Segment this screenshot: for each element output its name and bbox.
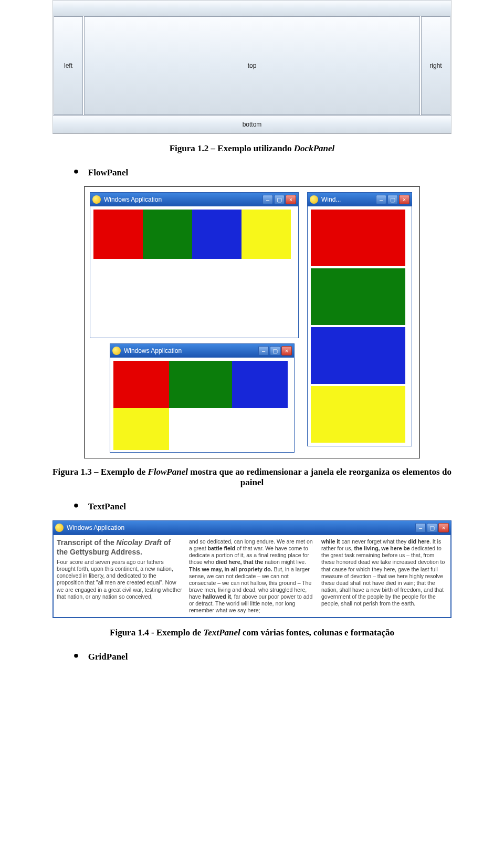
figure-1-2-dockpanel: left top right bottom [52, 0, 452, 134]
bullet-icon: • [74, 164, 79, 179]
close-button[interactable]: × [438, 523, 449, 532]
flowpanel-block-green [169, 361, 232, 408]
flowpanel-window-wrapped: Windows Application – ▢ × [110, 343, 295, 453]
minimize-button[interactable]: – [258, 346, 269, 356]
maximize-button[interactable]: ▢ [387, 195, 398, 204]
window-title: Windows Application [124, 347, 258, 354]
dockpanel-middle-row: left top right [53, 16, 451, 115]
flowpanel-window-narrow: Wind... – ▢ × [307, 192, 412, 446]
textpanel-window: Windows Application – ▢ × Transcript of … [52, 520, 452, 618]
heading-italic: Nicolay Draft [117, 538, 162, 547]
flowpanel-block-yellow [311, 386, 405, 443]
minimize-button[interactable]: – [415, 523, 426, 532]
flowpanel-block-red [311, 210, 405, 266]
text-bold: hallowed it [203, 593, 231, 600]
window-body [110, 358, 294, 452]
flowpanel-block-green [143, 210, 192, 259]
maximize-button[interactable]: ▢ [427, 523, 437, 532]
text-bold: while it [321, 538, 340, 545]
dockpanel-top-button[interactable]: top [84, 16, 420, 115]
window-buttons: – ▢ × [258, 346, 292, 356]
document-page: left top right bottom Figura 1.2 – Exemp… [0, 0, 504, 692]
flowpanel-block-blue [232, 361, 288, 408]
bullet-textpanel: • TextPanel [74, 499, 452, 514]
app-icon [112, 347, 121, 355]
close-button[interactable]: × [281, 346, 292, 356]
dockpanel-bottom-row: bottom [53, 115, 451, 133]
textpanel-paragraph: Four score and seven years ago our fathe… [57, 559, 183, 600]
caption-italic: FlowPanel [148, 467, 188, 477]
window-title: Windows Application [104, 196, 262, 203]
dockpanel-bottom-button[interactable]: bottom [53, 115, 451, 133]
app-icon [55, 524, 64, 532]
textpanel-column-2: and so dedicated, can long endure. We ar… [189, 538, 315, 614]
flowpanel-block-green [311, 268, 405, 325]
flowpanel-block-yellow [113, 408, 169, 450]
figure-1-3-left-column: Windows Application – ▢ × [90, 192, 300, 453]
flowpanel-window-horizontal: Windows Application – ▢ × [90, 192, 299, 338]
window-title: Wind... [321, 196, 376, 203]
caption-text: Figura 1.2 – Exemplo utilizando [170, 143, 294, 153]
window-titlebar[interactable]: Windows Application – ▢ × [110, 344, 294, 358]
caption-italic: DockPanel [294, 143, 334, 153]
bullet-label: GridPanel [88, 652, 128, 662]
bullet-icon: • [74, 649, 79, 663]
flowpanel-block-red [93, 210, 143, 259]
bullet-flowpanel: • FlowPanel [74, 165, 452, 180]
textpanel-heading: Transcript of the Nicolay Draft of the G… [57, 538, 183, 557]
flowpanel-block-red [113, 361, 169, 408]
window-buttons: – ▢ × [415, 523, 449, 532]
minimize-button[interactable]: – [376, 195, 386, 204]
bullet-label: FlowPanel [88, 168, 129, 178]
caption-italic: TextPanel [204, 628, 240, 637]
caption-text: Figura 1.3 – Exemplo de [52, 467, 148, 477]
window-title: Windows Application [67, 524, 415, 531]
text-bold: This we may, in all propriety do. [189, 566, 272, 572]
window-titlebar[interactable]: Windows Application – ▢ × [53, 521, 451, 535]
bullet-icon: • [74, 498, 79, 513]
caption-text: Figura 1.4 - Exemplo de [110, 628, 204, 637]
caption-text: com várias fontes, colunas e formatação [240, 628, 394, 637]
text-span: nation might live. [263, 559, 306, 565]
close-button[interactable]: × [399, 195, 410, 204]
app-icon [92, 195, 101, 204]
figure-1-4-textpanel: Windows Application – ▢ × Transcript of … [52, 520, 452, 618]
minimize-button[interactable]: – [262, 195, 273, 204]
caption-text: mostra que ao redimensionar a janela ele… [188, 467, 452, 487]
figure-1-3-right-column: Wind... – ▢ × [307, 192, 412, 453]
maximize-button[interactable]: ▢ [270, 346, 280, 356]
textpanel-body: Transcript of the Nicolay Draft of the G… [53, 535, 451, 618]
window-titlebar[interactable]: Wind... – ▢ × [308, 193, 412, 206]
dockpanel-topbar[interactable] [53, 1, 451, 16]
figure-1-3-caption: Figura 1.3 – Exemplo de FlowPanel mostra… [52, 467, 452, 488]
flowpanel-block-blue [192, 210, 242, 259]
text-bold: did here [408, 538, 429, 545]
dockpanel-right-button[interactable]: right [421, 16, 450, 115]
maximize-button[interactable]: ▢ [274, 195, 285, 204]
textpanel-column-3: while it can never forget what they did … [321, 538, 447, 614]
heading-part: Transcript of the [57, 538, 117, 547]
window-titlebar[interactable]: Windows Application – ▢ × [90, 193, 298, 206]
figure-1-4-caption: Figura 1.4 - Exemplo de TextPanel com vá… [52, 628, 452, 638]
text-bold: died here, that the [216, 559, 263, 565]
window-buttons: – ▢ × [262, 195, 296, 204]
bullet-gridpanel: • GridPanel [74, 650, 452, 664]
app-icon [310, 195, 318, 204]
flowpanel-block-blue [311, 327, 405, 384]
flowpanel-block-yellow [242, 210, 291, 259]
dockpanel-top-row [53, 1, 451, 16]
text-span: dedicated to the great task remaining be… [321, 545, 445, 607]
figure-1-2-caption: Figura 1.2 – Exemplo utilizando DockPane… [52, 143, 452, 154]
bullet-label: TextPanel [88, 501, 126, 512]
window-body [90, 206, 298, 338]
close-button[interactable]: × [286, 195, 296, 204]
text-bold: battle field [208, 545, 236, 551]
textpanel-column-1: Transcript of the Nicolay Draft of the G… [57, 538, 183, 614]
figure-1-3-flowpanel: Windows Application – ▢ × [84, 186, 420, 458]
window-buttons: – ▢ × [376, 195, 410, 204]
text-span: can never forget what they [340, 538, 408, 545]
dockpanel-left-button[interactable]: left [54, 16, 83, 115]
window-body [308, 206, 412, 446]
text-bold: the living, we here be [354, 545, 410, 551]
